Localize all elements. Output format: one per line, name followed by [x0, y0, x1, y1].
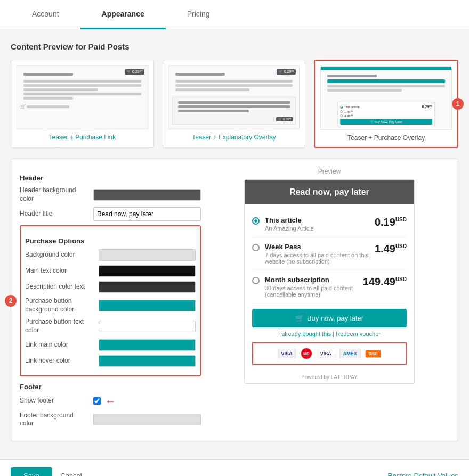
powered-by: Powered by LATERPAY	[245, 371, 414, 383]
purchase-btn-text-input[interactable]	[99, 321, 196, 332]
option-name-week-pass: Week Pass	[265, 243, 369, 251]
option-price-week-pass: 1.49USD	[375, 243, 407, 255]
payment-visa-1: VISA	[278, 349, 296, 358]
settings-preview-panel: Header Header background color Header ti…	[11, 159, 458, 441]
mock-badge-1: 🛒 0.29⁹⁹	[125, 69, 144, 75]
radio-week-pass[interactable]	[252, 244, 260, 251]
widget-links: I already bought this | Redeem voucher	[252, 331, 407, 337]
option-info-week-pass: Week Pass 7 days access to all paid cont…	[265, 243, 369, 265]
link-hover-color-label: Link hover color	[25, 357, 94, 365]
bg-color-input[interactable]	[99, 249, 196, 261]
header-title-row: Header title	[20, 207, 201, 221]
payment-mc: MC	[301, 348, 312, 359]
card-label-3: Teaser + Purchase Overlay	[320, 134, 452, 142]
option-price-month-subscription: 149.49USD	[363, 276, 407, 288]
preview-cards-container: 🛒 0.29⁹⁹ 🛒 Teaser + Purchase Link 🛒 0.29…	[11, 60, 458, 148]
preview-label: Preview	[209, 168, 449, 175]
purchase-options-title: Purchase Options	[25, 237, 196, 245]
link-main-color-row: Link main color	[25, 339, 196, 351]
radio-month-subscription[interactable]	[252, 277, 260, 284]
payment-visa-2: VISA	[317, 349, 335, 358]
header-bg-color-row: Header background color	[20, 186, 201, 203]
mock-cart-1: 🛒	[17, 103, 148, 110]
purchase-btn-bg-label: Purchase button background color	[25, 297, 94, 314]
mock-badge-2: 🛒 0.29⁹⁹	[277, 69, 296, 75]
footer-section-title: Footer	[20, 383, 201, 391]
card-overlay-widget: This article 0.29⁹⁹ 1.49⁹⁹ 4.99⁹⁹	[337, 102, 435, 127]
payment-discover: DISC	[365, 350, 382, 358]
section-title: Content Preview for Paid Posts	[11, 42, 458, 51]
already-bought-link[interactable]: I already bought this	[278, 331, 331, 337]
card-visual-2: 🛒 0.29⁹⁹ 🛒 0.29⁹⁹	[168, 65, 300, 129]
buy-now-button[interactable]: 🛒 Buy now, pay later	[252, 309, 407, 327]
bottom-bar: Save Cancel Restore Default Values	[0, 459, 469, 476]
option-info-month-subscription: Month subscription 30 days access to all…	[265, 276, 358, 298]
header-title-input[interactable]	[93, 207, 201, 221]
preview-panel: Preview Read now, pay later This article…	[209, 168, 449, 432]
card-teaser-purchase-overlay[interactable]: 1 This article 0.	[314, 60, 458, 148]
card-visual-3: This article 0.29⁹⁹ 1.49⁹⁹ 4.99⁹⁹	[320, 66, 452, 130]
link-main-color-input[interactable]	[99, 339, 196, 351]
buy-btn-label: Buy now, pay later	[307, 314, 363, 322]
footer-bg-color-row: Footer background color	[20, 412, 201, 428]
option-desc-this-article: An Amazing Article	[265, 225, 369, 232]
settings-panel: Header Header background color Header ti…	[20, 168, 201, 432]
card-visual-1: 🛒 0.29⁹⁹ 🛒	[17, 65, 148, 129]
footer-bg-color-label: Footer background color	[20, 412, 89, 428]
header-title-label: Header title	[20, 210, 89, 218]
link-hover-color-input[interactable]	[99, 355, 196, 367]
option-row-this-article[interactable]: This article An Amazing Article 0.19USD	[252, 211, 407, 237]
card-label-1: Teaser + Purchase Link	[17, 134, 148, 141]
option-price-this-article: 0.19USD	[375, 216, 407, 228]
option-row-week-pass[interactable]: Week Pass 7 days access to all paid cont…	[252, 237, 407, 270]
payment-amex: AMEX	[339, 349, 361, 358]
purchase-btn-bg-row: Purchase button background color	[25, 297, 196, 314]
widget-header: Read now, pay later	[245, 180, 414, 204]
main-text-color-row: Main text color	[25, 265, 196, 277]
desc-color-row: Description color text	[25, 281, 196, 293]
option-desc-month-subscription: 30 days access to all paid content (canc…	[265, 285, 358, 298]
option-row-month-subscription[interactable]: Month subscription 30 days access to all…	[252, 270, 407, 303]
payment-footer: VISA MC VISA AMEX DISC	[252, 342, 407, 365]
bg-color-label: Background color	[25, 251, 94, 259]
link-main-color-label: Link main color	[25, 341, 94, 349]
tab-pricing[interactable]: Pricing	[166, 0, 231, 29]
save-button[interactable]: Save	[11, 467, 52, 476]
main-text-color-input[interactable]	[99, 265, 196, 277]
show-footer-checkbox[interactable]	[93, 397, 101, 405]
step-badge-1: 1	[452, 98, 464, 110]
tab-appearance[interactable]: Appearance	[80, 0, 166, 29]
purchase-btn-text-row: Purchase button text color	[25, 318, 196, 334]
desc-color-label: Description color text	[25, 283, 94, 291]
header-bg-color-label: Header background color	[20, 186, 89, 203]
action-buttons: Save Cancel	[11, 467, 82, 476]
overlay-buy-btn: 🛒 Buy Now, Pay Later	[340, 119, 433, 125]
bg-color-row: Background color	[25, 249, 196, 261]
cancel-button[interactable]: Cancel	[60, 472, 82, 476]
restore-defaults-link[interactable]: Restore Default Values	[387, 472, 458, 476]
footer-settings-section: Footer Show footer ← Footer background c…	[20, 383, 201, 428]
footer-bg-color-input[interactable]	[93, 414, 201, 425]
main-text-color-label: Main text color	[25, 267, 94, 275]
radio-this-article[interactable]	[252, 217, 260, 225]
card-teaser-explanatory-overlay[interactable]: 🛒 0.29⁹⁹ 🛒 0.29⁹⁹ Teaser + Ex	[163, 60, 306, 148]
purchase-btn-text-label: Purchase button text color	[25, 318, 94, 334]
tab-account[interactable]: Account	[11, 0, 80, 29]
card-label-2: Teaser + Explanatory Overlay	[168, 134, 300, 141]
card-teaser-purchase-link[interactable]: 🛒 0.29⁹⁹ 🛒 Teaser + Purchase Link	[11, 60, 154, 148]
desc-color-input[interactable]	[99, 281, 196, 293]
purchase-btn-bg-input[interactable]	[99, 300, 196, 311]
link-hover-color-row: Link hover color	[25, 355, 196, 367]
widget-body: This article An Amazing Article 0.19USD …	[245, 204, 414, 371]
cart-icon: 🛒	[295, 314, 304, 322]
arrow-annotation: ←	[105, 395, 116, 407]
header-section-title: Header	[20, 174, 201, 182]
option-info-this-article: This article An Amazing Article	[265, 216, 369, 232]
header-bg-color-input[interactable]	[93, 189, 201, 201]
option-name-this-article: This article	[265, 216, 369, 224]
option-desc-week-pass: 7 days access to all paid content on thi…	[265, 252, 369, 265]
show-footer-label: Show footer	[20, 397, 89, 405]
step-badge-2: 2	[5, 295, 17, 307]
tabs-bar: Account Appearance Pricing	[0, 0, 469, 29]
redeem-voucher-link[interactable]: Redeem voucher	[336, 331, 381, 337]
